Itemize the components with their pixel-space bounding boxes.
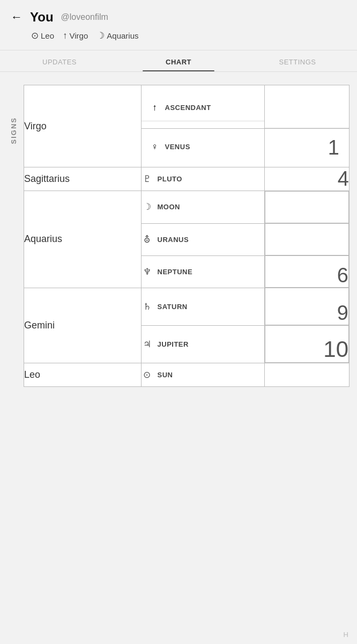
house-moon-empty xyxy=(265,191,349,223)
tab-updates[interactable]: UPDATES xyxy=(0,50,119,71)
ascendant-label: ASCENDANT xyxy=(165,104,211,112)
tab-bar: UPDATES CHART SETTINGS xyxy=(0,50,357,71)
back-button[interactable]: ← xyxy=(11,10,23,24)
content-area: SIGNS Virgo ↑ ASCENDANT xyxy=(0,72,357,555)
house-1: 1 xyxy=(265,129,349,167)
neptune-label: NEPTUNE xyxy=(158,268,193,276)
header-signs: ⊙ Leo ↑ Virgo ☽ Aquarius xyxy=(31,30,346,41)
signs-label: SIGNS xyxy=(8,85,19,144)
planet-moon: ☽ MOON xyxy=(141,191,265,224)
sign-aquarius: Aquarius xyxy=(24,191,142,288)
user-name: You xyxy=(30,10,54,25)
planet-neptune: ♆ NEPTUNE xyxy=(141,255,265,288)
planet-jupiter: ♃ JUPITER xyxy=(141,325,265,363)
saturn-symbol: ♄ xyxy=(142,301,153,312)
moon-planet-symbol: ☽ xyxy=(142,201,153,213)
table-row: Sagittarius ♇ PLUTO 4 xyxy=(24,167,349,191)
planet-uranus: ⛢ URANUS xyxy=(141,223,265,255)
tab-settings[interactable]: SETTINGS xyxy=(238,50,357,71)
ascendant-symbol: ↑ xyxy=(149,103,161,113)
rising-sign-name: Virgo xyxy=(70,31,88,40)
pluto-label: PLUTO xyxy=(158,175,182,183)
sun-planet-symbol: ⊙ xyxy=(142,369,153,380)
table-row: Leo ⊙ SUN xyxy=(24,363,349,387)
astro-table: Virgo ↑ ASCENDANT xyxy=(24,85,349,387)
uranus-symbol: ⛢ xyxy=(142,234,153,245)
sun-sign: ⊙ Leo xyxy=(31,30,54,41)
sign-gemini: Gemini xyxy=(24,288,142,363)
house-10: 10 xyxy=(265,325,349,363)
sign-sagittarius: Sagittarius xyxy=(24,167,142,191)
house-6: 6 xyxy=(265,255,349,288)
planet-saturn: ♄ SATURN xyxy=(141,288,265,325)
planet-pluto: ♇ PLUTO xyxy=(141,167,265,191)
uranus-label: URANUS xyxy=(158,236,189,244)
planet-ascendant: ↑ ASCENDANT xyxy=(141,85,265,129)
neptune-symbol: ♆ xyxy=(142,266,153,277)
saturn-label: SATURN xyxy=(158,303,188,311)
moon-symbol: ☽ xyxy=(96,30,105,41)
moon-label: MOON xyxy=(158,203,180,211)
house-9: 9 xyxy=(265,288,349,325)
jupiter-symbol: ♃ xyxy=(142,339,153,350)
moon-sign: ☽ Aquarius xyxy=(96,30,138,41)
tab-chart[interactable]: CHART xyxy=(119,50,238,71)
user-handle: @loveonfilm xyxy=(61,12,108,22)
table-row: Aquarius ☽ MOON xyxy=(24,191,349,224)
sun-sign-name: Leo xyxy=(41,31,54,40)
sign-leo: Leo xyxy=(24,363,142,387)
house-4: 4 xyxy=(265,167,349,191)
planet-sun: ⊙ SUN xyxy=(141,363,265,387)
header-top: ← You @loveonfilm xyxy=(11,10,346,25)
house-sun-empty xyxy=(265,363,349,387)
chart-area: SIGNS Virgo ↑ ASCENDANT xyxy=(8,85,349,387)
jupiter-label: JUPITER xyxy=(158,340,189,348)
moon-sign-name: Aquarius xyxy=(107,31,138,40)
footer-label: H xyxy=(344,631,348,639)
rising-symbol: ↑ xyxy=(63,31,68,41)
pluto-symbol: ♇ xyxy=(142,173,153,185)
signs-label-text: SIGNS xyxy=(10,117,18,144)
sun-symbol: ⊙ xyxy=(31,30,39,41)
house-uranus-empty xyxy=(265,223,349,255)
planet-venus: ♀ VENUS xyxy=(141,129,265,167)
venus-label: VENUS xyxy=(165,143,190,151)
venus-symbol: ♀ xyxy=(149,142,161,152)
table-row: Virgo ↑ ASCENDANT xyxy=(24,85,349,129)
table-row: Gemini ♄ SATURN 9 xyxy=(24,288,349,325)
sun-label: SUN xyxy=(158,371,173,379)
house-ascendant xyxy=(265,85,349,129)
house-empty xyxy=(265,85,349,128)
rising-sign: ↑ Virgo xyxy=(63,31,88,41)
sign-virgo: Virgo xyxy=(24,85,142,167)
header: ← You @loveonfilm ⊙ Leo ↑ Virgo ☽ Aquari… xyxy=(0,0,357,41)
